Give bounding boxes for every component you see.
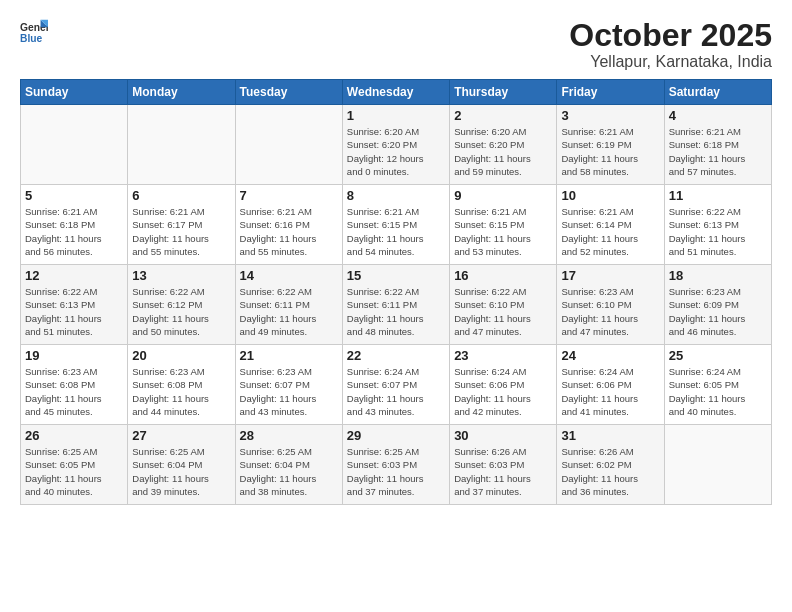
table-row: 19Sunrise: 6:23 AM Sunset: 6:08 PM Dayli… (21, 345, 128, 425)
day-info: Sunrise: 6:22 AM Sunset: 6:13 PM Dayligh… (669, 205, 767, 258)
table-row: 5Sunrise: 6:21 AM Sunset: 6:18 PM Daylig… (21, 185, 128, 265)
day-number: 23 (454, 348, 552, 363)
table-row: 14Sunrise: 6:22 AM Sunset: 6:11 PM Dayli… (235, 265, 342, 345)
day-info: Sunrise: 6:23 AM Sunset: 6:08 PM Dayligh… (25, 365, 123, 418)
day-number: 9 (454, 188, 552, 203)
page-title: October 2025 (569, 18, 772, 53)
calendar-week-row: 1Sunrise: 6:20 AM Sunset: 6:20 PM Daylig… (21, 105, 772, 185)
day-number: 25 (669, 348, 767, 363)
day-info: Sunrise: 6:21 AM Sunset: 6:15 PM Dayligh… (347, 205, 445, 258)
day-number: 1 (347, 108, 445, 123)
calendar-table: Sunday Monday Tuesday Wednesday Thursday… (20, 79, 772, 505)
day-info: Sunrise: 6:25 AM Sunset: 6:05 PM Dayligh… (25, 445, 123, 498)
day-number: 12 (25, 268, 123, 283)
table-row: 7Sunrise: 6:21 AM Sunset: 6:16 PM Daylig… (235, 185, 342, 265)
day-number: 4 (669, 108, 767, 123)
day-info: Sunrise: 6:25 AM Sunset: 6:04 PM Dayligh… (240, 445, 338, 498)
table-row: 2Sunrise: 6:20 AM Sunset: 6:20 PM Daylig… (450, 105, 557, 185)
day-info: Sunrise: 6:21 AM Sunset: 6:17 PM Dayligh… (132, 205, 230, 258)
day-number: 18 (669, 268, 767, 283)
calendar-week-row: 5Sunrise: 6:21 AM Sunset: 6:18 PM Daylig… (21, 185, 772, 265)
table-row: 28Sunrise: 6:25 AM Sunset: 6:04 PM Dayli… (235, 425, 342, 505)
day-number: 7 (240, 188, 338, 203)
table-row: 17Sunrise: 6:23 AM Sunset: 6:10 PM Dayli… (557, 265, 664, 345)
day-number: 19 (25, 348, 123, 363)
table-row: 26Sunrise: 6:25 AM Sunset: 6:05 PM Dayli… (21, 425, 128, 505)
day-number: 10 (561, 188, 659, 203)
day-info: Sunrise: 6:22 AM Sunset: 6:11 PM Dayligh… (240, 285, 338, 338)
table-row: 13Sunrise: 6:22 AM Sunset: 6:12 PM Dayli… (128, 265, 235, 345)
day-info: Sunrise: 6:20 AM Sunset: 6:20 PM Dayligh… (454, 125, 552, 178)
day-info: Sunrise: 6:21 AM Sunset: 6:19 PM Dayligh… (561, 125, 659, 178)
day-number: 13 (132, 268, 230, 283)
day-info: Sunrise: 6:22 AM Sunset: 6:12 PM Dayligh… (132, 285, 230, 338)
col-sunday: Sunday (21, 80, 128, 105)
day-info: Sunrise: 6:22 AM Sunset: 6:11 PM Dayligh… (347, 285, 445, 338)
day-number: 21 (240, 348, 338, 363)
table-row: 23Sunrise: 6:24 AM Sunset: 6:06 PM Dayli… (450, 345, 557, 425)
day-info: Sunrise: 6:21 AM Sunset: 6:15 PM Dayligh… (454, 205, 552, 258)
table-row: 31Sunrise: 6:26 AM Sunset: 6:02 PM Dayli… (557, 425, 664, 505)
day-info: Sunrise: 6:24 AM Sunset: 6:06 PM Dayligh… (561, 365, 659, 418)
day-info: Sunrise: 6:23 AM Sunset: 6:10 PM Dayligh… (561, 285, 659, 338)
day-number: 8 (347, 188, 445, 203)
col-friday: Friday (557, 80, 664, 105)
table-row: 22Sunrise: 6:24 AM Sunset: 6:07 PM Dayli… (342, 345, 449, 425)
day-info: Sunrise: 6:24 AM Sunset: 6:07 PM Dayligh… (347, 365, 445, 418)
day-number: 26 (25, 428, 123, 443)
page-subtitle: Yellapur, Karnataka, India (569, 53, 772, 71)
title-block: October 2025 Yellapur, Karnataka, India (569, 18, 772, 71)
table-row: 4Sunrise: 6:21 AM Sunset: 6:18 PM Daylig… (664, 105, 771, 185)
day-number: 15 (347, 268, 445, 283)
day-info: Sunrise: 6:23 AM Sunset: 6:07 PM Dayligh… (240, 365, 338, 418)
svg-text:Blue: Blue (20, 33, 43, 44)
table-row: 15Sunrise: 6:22 AM Sunset: 6:11 PM Dayli… (342, 265, 449, 345)
calendar-week-row: 26Sunrise: 6:25 AM Sunset: 6:05 PM Dayli… (21, 425, 772, 505)
col-tuesday: Tuesday (235, 80, 342, 105)
day-info: Sunrise: 6:25 AM Sunset: 6:04 PM Dayligh… (132, 445, 230, 498)
day-info: Sunrise: 6:21 AM Sunset: 6:18 PM Dayligh… (669, 125, 767, 178)
table-row: 3Sunrise: 6:21 AM Sunset: 6:19 PM Daylig… (557, 105, 664, 185)
day-info: Sunrise: 6:26 AM Sunset: 6:03 PM Dayligh… (454, 445, 552, 498)
table-row: 27Sunrise: 6:25 AM Sunset: 6:04 PM Dayli… (128, 425, 235, 505)
day-info: Sunrise: 6:23 AM Sunset: 6:08 PM Dayligh… (132, 365, 230, 418)
table-row: 12Sunrise: 6:22 AM Sunset: 6:13 PM Dayli… (21, 265, 128, 345)
table-row: 20Sunrise: 6:23 AM Sunset: 6:08 PM Dayli… (128, 345, 235, 425)
table-row: 10Sunrise: 6:21 AM Sunset: 6:14 PM Dayli… (557, 185, 664, 265)
table-row: 21Sunrise: 6:23 AM Sunset: 6:07 PM Dayli… (235, 345, 342, 425)
day-number: 27 (132, 428, 230, 443)
table-row: 18Sunrise: 6:23 AM Sunset: 6:09 PM Dayli… (664, 265, 771, 345)
col-saturday: Saturday (664, 80, 771, 105)
table-row: 16Sunrise: 6:22 AM Sunset: 6:10 PM Dayli… (450, 265, 557, 345)
logo-icon: General Blue (20, 18, 48, 46)
day-info: Sunrise: 6:21 AM Sunset: 6:16 PM Dayligh… (240, 205, 338, 258)
day-number: 6 (132, 188, 230, 203)
col-monday: Monday (128, 80, 235, 105)
day-number: 3 (561, 108, 659, 123)
table-row: 24Sunrise: 6:24 AM Sunset: 6:06 PM Dayli… (557, 345, 664, 425)
day-info: Sunrise: 6:22 AM Sunset: 6:10 PM Dayligh… (454, 285, 552, 338)
page: General Blue October 2025 Yellapur, Karn… (0, 0, 792, 612)
day-number: 5 (25, 188, 123, 203)
table-row (21, 105, 128, 185)
day-number: 2 (454, 108, 552, 123)
table-row (235, 105, 342, 185)
table-row: 1Sunrise: 6:20 AM Sunset: 6:20 PM Daylig… (342, 105, 449, 185)
table-row: 29Sunrise: 6:25 AM Sunset: 6:03 PM Dayli… (342, 425, 449, 505)
day-number: 16 (454, 268, 552, 283)
table-row: 11Sunrise: 6:22 AM Sunset: 6:13 PM Dayli… (664, 185, 771, 265)
calendar-header-row: Sunday Monday Tuesday Wednesday Thursday… (21, 80, 772, 105)
day-number: 28 (240, 428, 338, 443)
table-row (664, 425, 771, 505)
table-row: 8Sunrise: 6:21 AM Sunset: 6:15 PM Daylig… (342, 185, 449, 265)
day-info: Sunrise: 6:24 AM Sunset: 6:05 PM Dayligh… (669, 365, 767, 418)
table-row (128, 105, 235, 185)
table-row: 25Sunrise: 6:24 AM Sunset: 6:05 PM Dayli… (664, 345, 771, 425)
day-info: Sunrise: 6:21 AM Sunset: 6:18 PM Dayligh… (25, 205, 123, 258)
calendar-week-row: 19Sunrise: 6:23 AM Sunset: 6:08 PM Dayli… (21, 345, 772, 425)
day-info: Sunrise: 6:25 AM Sunset: 6:03 PM Dayligh… (347, 445, 445, 498)
day-number: 22 (347, 348, 445, 363)
day-info: Sunrise: 6:24 AM Sunset: 6:06 PM Dayligh… (454, 365, 552, 418)
col-wednesday: Wednesday (342, 80, 449, 105)
day-info: Sunrise: 6:22 AM Sunset: 6:13 PM Dayligh… (25, 285, 123, 338)
